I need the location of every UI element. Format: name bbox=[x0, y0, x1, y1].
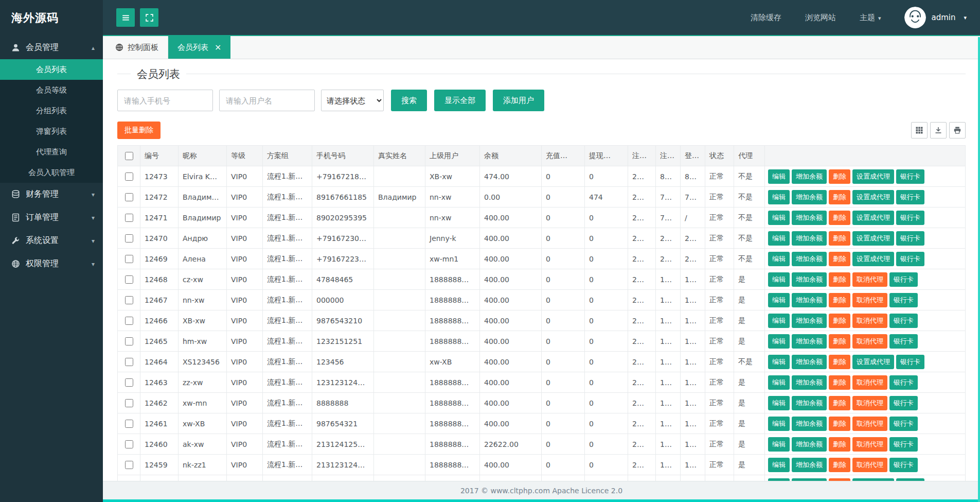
status-select[interactable]: 请选择状态 bbox=[321, 90, 384, 111]
set-agent-button[interactable]: 设置成代理 bbox=[852, 231, 894, 246]
delete-button[interactable]: 删除 bbox=[829, 272, 850, 287]
row-checkbox[interactable] bbox=[125, 193, 133, 201]
cancel-agent-button[interactable]: 取消代理 bbox=[852, 293, 887, 307]
edit-button[interactable]: 编辑 bbox=[768, 417, 790, 431]
add-balance-button[interactable]: 增加余额 bbox=[792, 334, 827, 349]
set-agent-button[interactable]: 设置成代理 bbox=[852, 355, 894, 369]
sidebar-item-member-entry-management[interactable]: 会员入职管理 bbox=[0, 162, 103, 183]
set-agent-button[interactable]: 设置成代理 bbox=[852, 169, 894, 184]
bank-card-button[interactable]: 银行卡 bbox=[889, 458, 918, 472]
delete-button[interactable]: 删除 bbox=[829, 293, 850, 307]
add-balance-button[interactable]: 增加余额 bbox=[792, 231, 827, 246]
add-balance-button[interactable]: 增加余额 bbox=[792, 314, 827, 328]
row-checkbox[interactable] bbox=[125, 214, 133, 222]
print-button[interactable] bbox=[949, 122, 966, 139]
add-balance-button[interactable]: 增加余额 bbox=[792, 211, 827, 225]
edit-button[interactable]: 编辑 bbox=[768, 190, 790, 204]
delete-button[interactable]: 删除 bbox=[829, 252, 850, 266]
tab-member-list[interactable]: 会员列表× bbox=[168, 36, 230, 59]
row-checkbox[interactable] bbox=[125, 461, 133, 469]
horizontal-scrollbar[interactable] bbox=[103, 499, 980, 502]
row-checkbox[interactable] bbox=[125, 317, 133, 325]
edit-button[interactable]: 编辑 bbox=[768, 169, 790, 184]
add-user-button[interactable]: 添加用户 bbox=[493, 90, 544, 111]
sidebar-section-finance-management[interactable]: 财务管理▾ bbox=[0, 183, 103, 206]
set-agent-button[interactable]: 设置成代理 bbox=[852, 252, 894, 266]
fullscreen-button[interactable] bbox=[140, 8, 158, 27]
row-checkbox[interactable] bbox=[125, 378, 133, 387]
bank-card-button[interactable]: 银行卡 bbox=[889, 314, 918, 328]
browse-site-link[interactable]: 浏览网站 bbox=[805, 13, 836, 23]
bank-card-button[interactable]: 银行卡 bbox=[896, 211, 924, 225]
cancel-agent-button[interactable]: 取消代理 bbox=[852, 417, 887, 431]
row-checkbox[interactable] bbox=[125, 255, 133, 263]
edit-button[interactable]: 编辑 bbox=[768, 334, 790, 349]
add-balance-button[interactable]: 增加余额 bbox=[792, 355, 827, 369]
edit-button[interactable]: 编辑 bbox=[768, 272, 790, 287]
row-checkbox[interactable] bbox=[125, 399, 133, 407]
bank-card-button[interactable]: 银行卡 bbox=[896, 252, 924, 266]
edit-button[interactable]: 编辑 bbox=[768, 355, 790, 369]
add-balance-button[interactable]: 增加余额 bbox=[792, 293, 827, 307]
sidebar-section-order-management[interactable]: 订单管理▾ bbox=[0, 206, 103, 229]
export-button[interactable] bbox=[930, 122, 947, 139]
columns-toggle-button[interactable] bbox=[911, 122, 928, 139]
cancel-agent-button[interactable]: 取消代理 bbox=[852, 458, 887, 472]
cancel-agent-button[interactable]: 取消代理 bbox=[852, 272, 887, 287]
row-checkbox[interactable] bbox=[125, 420, 133, 428]
search-button[interactable]: 搜索 bbox=[391, 90, 427, 111]
add-balance-button[interactable]: 增加余额 bbox=[792, 252, 827, 266]
sidebar-item-member-level[interactable]: 会员等级 bbox=[0, 80, 103, 100]
clear-cache-link[interactable]: 清除缓存 bbox=[751, 13, 781, 23]
select-all-checkbox[interactable] bbox=[125, 152, 133, 160]
edit-button[interactable]: 编辑 bbox=[768, 458, 790, 472]
delete-button[interactable]: 删除 bbox=[829, 437, 850, 452]
bank-card-button[interactable]: 银行卡 bbox=[889, 375, 918, 390]
bank-card-button[interactable]: 银行卡 bbox=[896, 190, 924, 204]
phone-input[interactable] bbox=[117, 90, 213, 111]
sidebar-item-member-list[interactable]: 会员列表 bbox=[0, 59, 103, 80]
edit-button[interactable]: 编辑 bbox=[768, 437, 790, 452]
delete-button[interactable]: 删除 bbox=[829, 355, 850, 369]
row-checkbox[interactable] bbox=[125, 440, 133, 448]
add-balance-button[interactable]: 增加余额 bbox=[792, 437, 827, 452]
bank-card-button[interactable]: 银行卡 bbox=[889, 417, 918, 431]
edit-button[interactable]: 编辑 bbox=[768, 211, 790, 225]
row-checkbox[interactable] bbox=[125, 337, 133, 345]
delete-button[interactable]: 删除 bbox=[829, 375, 850, 390]
cancel-agent-button[interactable]: 取消代理 bbox=[852, 314, 887, 328]
set-agent-button[interactable]: 设置成代理 bbox=[852, 211, 894, 225]
sidebar-section-permission-management[interactable]: 权限管理▾ bbox=[0, 252, 103, 275]
bank-card-button[interactable]: 银行卡 bbox=[896, 231, 924, 246]
sidebar-item-popup-list[interactable]: 弹窗列表 bbox=[0, 121, 103, 142]
cancel-agent-button[interactable]: 取消代理 bbox=[852, 375, 887, 390]
add-balance-button[interactable]: 增加余额 bbox=[792, 375, 827, 390]
admin-dropdown[interactable]: admin ▾ bbox=[904, 7, 967, 28]
row-checkbox[interactable] bbox=[125, 234, 133, 243]
edit-button[interactable]: 编辑 bbox=[768, 252, 790, 266]
bank-card-button[interactable]: 银行卡 bbox=[896, 169, 924, 184]
bank-card-button[interactable]: 银行卡 bbox=[889, 293, 918, 307]
row-checkbox[interactable] bbox=[125, 172, 133, 181]
edit-button[interactable]: 编辑 bbox=[768, 375, 790, 390]
row-checkbox[interactable] bbox=[125, 358, 133, 366]
sidebar-item-agent-query[interactable]: 代理查询 bbox=[0, 142, 103, 162]
add-balance-button[interactable]: 增加余额 bbox=[792, 417, 827, 431]
username-input[interactable] bbox=[219, 90, 315, 111]
sidebar-section-system-settings[interactable]: 系统设置▾ bbox=[0, 229, 103, 252]
delete-button[interactable]: 删除 bbox=[829, 396, 850, 410]
bank-card-button[interactable]: 银行卡 bbox=[889, 437, 918, 452]
batch-delete-button[interactable]: 批量删除 bbox=[117, 122, 161, 139]
bank-card-button[interactable]: 银行卡 bbox=[889, 334, 918, 349]
delete-button[interactable]: 删除 bbox=[829, 417, 850, 431]
add-balance-button[interactable]: 增加余额 bbox=[792, 169, 827, 184]
add-balance-button[interactable]: 增加余额 bbox=[792, 396, 827, 410]
show-all-button[interactable]: 显示全部 bbox=[434, 90, 486, 111]
vertical-scrollbar[interactable] bbox=[978, 37, 980, 502]
sidebar-section-member-management[interactable]: 会员管理▴ bbox=[0, 36, 103, 59]
edit-button[interactable]: 编辑 bbox=[768, 231, 790, 246]
delete-button[interactable]: 删除 bbox=[829, 211, 850, 225]
add-balance-button[interactable]: 增加余额 bbox=[792, 190, 827, 204]
edit-button[interactable]: 编辑 bbox=[768, 314, 790, 328]
row-checkbox[interactable] bbox=[125, 296, 133, 304]
